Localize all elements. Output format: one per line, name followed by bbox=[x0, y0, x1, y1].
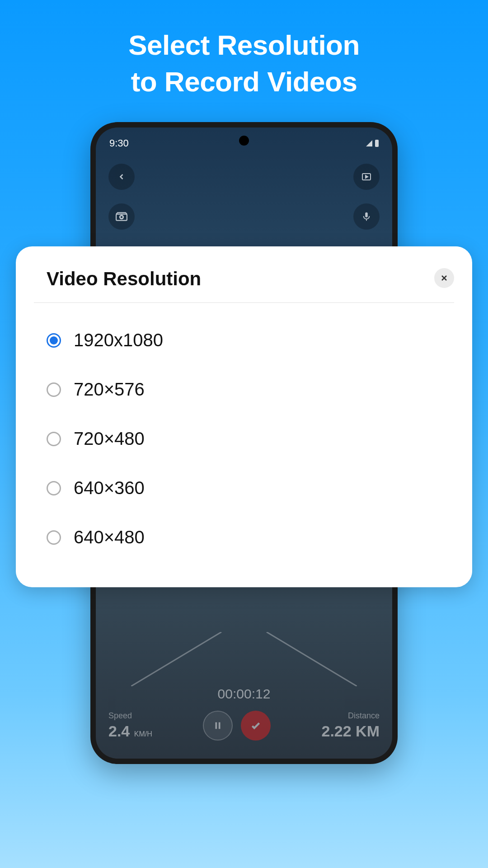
close-button[interactable] bbox=[434, 268, 454, 288]
gallery-button[interactable] bbox=[353, 164, 380, 190]
modal-header: Video Resolution bbox=[34, 268, 454, 303]
svg-rect-4 bbox=[219, 722, 221, 729]
resolution-option-868x488[interactable]: 868x488 bbox=[47, 316, 454, 365]
bottom-hud: 00:00:12 Speed 2.4 KM/H bbox=[96, 686, 392, 741]
option-label: 868x488 bbox=[74, 330, 163, 350]
road-lines bbox=[131, 632, 357, 686]
hero-title: Select Resolution to Record Videos bbox=[0, 0, 488, 100]
recording-timer: 00:00:12 bbox=[108, 686, 380, 702]
resolution-option-640x360[interactable]: 640×360 bbox=[47, 463, 454, 513]
speed-value: 2.4 KM/H bbox=[108, 722, 152, 740]
stop-button[interactable] bbox=[241, 711, 271, 741]
top-controls-row-1 bbox=[96, 155, 392, 199]
resolution-option-720x576[interactable]: 720×576 bbox=[47, 365, 454, 414]
svg-rect-3 bbox=[216, 722, 217, 729]
hud-center-controls bbox=[203, 711, 271, 741]
back-icon bbox=[117, 172, 126, 181]
resolution-options: 868x488 720×576 720×480 640×360 640×48… bbox=[34, 316, 454, 562]
speed-label: Speed bbox=[108, 711, 152, 721]
option-label: 720×576 bbox=[74, 379, 145, 400]
camera-switch-icon bbox=[116, 211, 127, 222]
radio-selected bbox=[47, 333, 61, 348]
camera-switch-button[interactable] bbox=[108, 203, 135, 230]
pause-icon bbox=[213, 721, 223, 731]
phone-notch bbox=[239, 136, 249, 146]
modal-title: Video Resolution bbox=[34, 268, 201, 290]
radio-unselected bbox=[47, 432, 61, 446]
resolution-modal: Video Resolution 868x488 720×576 720×4… bbox=[16, 246, 472, 587]
option-label: 640×360 bbox=[74, 478, 145, 498]
hud-row: Speed 2.4 KM/H bbox=[108, 711, 380, 741]
distance-block: Distance 2.22 KM bbox=[322, 711, 380, 740]
top-controls-row-2 bbox=[96, 199, 392, 234]
mic-icon bbox=[361, 212, 371, 222]
distance-value: 2.22 KM bbox=[322, 722, 380, 740]
hero-line-1: Select Resolution bbox=[0, 27, 488, 64]
resolution-option-640x480[interactable]: 640×480 bbox=[47, 513, 454, 562]
check-icon bbox=[250, 720, 262, 731]
resolution-option-720x480[interactable]: 720×480 bbox=[47, 414, 454, 463]
option-label: 640×480 bbox=[74, 527, 145, 547]
distance-label: Distance bbox=[322, 711, 380, 721]
hero-line-2: to Record Videos bbox=[0, 64, 488, 100]
radio-unselected bbox=[47, 530, 61, 545]
speed-unit: KM/H bbox=[134, 730, 152, 738]
close-icon bbox=[440, 274, 449, 283]
back-button[interactable] bbox=[108, 164, 135, 190]
speed-block: Speed 2.4 KM/H bbox=[108, 711, 152, 740]
gallery-icon bbox=[361, 171, 372, 182]
svg-point-2 bbox=[120, 216, 123, 219]
radio-unselected bbox=[47, 481, 61, 495]
radio-unselected bbox=[47, 382, 61, 397]
mic-button[interactable] bbox=[353, 203, 380, 230]
pause-button[interactable] bbox=[203, 711, 233, 741]
option-label: 720×480 bbox=[74, 429, 145, 449]
